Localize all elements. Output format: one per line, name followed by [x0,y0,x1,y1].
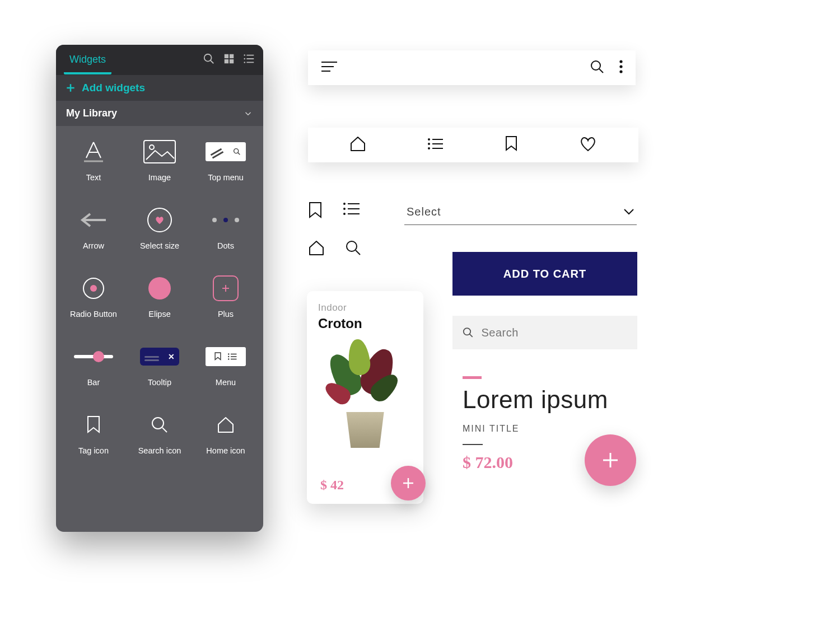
widget-plus[interactable]: Plus [193,273,259,338]
product-price: $ 42 [320,478,344,493]
widget-arrow[interactable]: Arrow [60,204,127,269]
svg-point-16 [150,145,154,149]
product-card[interactable]: Indoor Croton $ 42 [307,291,423,504]
widget-label: Text [86,173,101,182]
hamburger-icon[interactable] [320,60,338,76]
svg-line-29 [162,428,167,432]
svg-rect-2 [225,54,228,58]
select-label: Select [407,205,441,218]
plus-icon [601,451,620,470]
page-title: Lorem ipsum [463,386,608,414]
search-input[interactable] [482,326,628,339]
product-add-button[interactable] [391,466,426,500]
heart-circle-icon [139,204,180,236]
chevron-down-icon [623,208,634,216]
widget-tag-icon[interactable]: Tag icon [60,409,127,474]
widget-elipse[interactable]: Elipse [127,273,193,338]
svg-point-50 [347,241,357,251]
bookmark-icon[interactable] [505,135,518,155]
widget-label: Select size [140,241,179,250]
svg-point-28 [152,418,164,429]
svg-point-44 [343,203,346,205]
widget-dots[interactable]: Dots [193,204,259,269]
svg-line-53 [469,334,472,337]
accent-bar [463,376,482,379]
menu-icon [206,341,246,372]
ellipse-icon [139,273,180,304]
widget-label: Top menu [208,173,244,182]
widget-radio-button[interactable]: Radio Button [60,273,127,338]
svg-line-18 [237,152,240,155]
fab-add-button[interactable] [585,434,636,486]
bookmark-icon [73,409,114,441]
widget-label: Bar [87,378,100,387]
search-icon[interactable] [345,240,362,259]
widget-label: Search icon [138,446,181,455]
library-grid: Text Image Top menu [56,126,263,484]
widget-label: Image [148,173,171,182]
widget-bar[interactable]: Bar [60,341,127,406]
product-image [320,341,410,448]
widget-image[interactable]: Image [127,136,193,201]
tab-widgets[interactable]: Widgets [64,46,111,74]
divider [463,444,483,445]
plus-icon [65,82,76,93]
slider-icon [73,341,114,372]
svg-point-10 [244,58,245,60]
svg-point-26 [228,358,229,359]
radio-icon [73,273,114,304]
widget-label: Home icon [206,446,245,455]
svg-point-24 [228,356,229,357]
list-icon[interactable] [427,137,444,153]
widget-label: Radio Button [70,310,117,319]
search-box[interactable] [452,316,637,349]
widget-select-size[interactable]: Select size [127,204,193,269]
search-icon[interactable] [590,59,604,76]
svg-point-46 [343,208,346,210]
widget-label: Tag icon [78,446,109,455]
add-to-cart-button[interactable]: ADD TO CART [452,252,637,296]
bookmark-icon[interactable] [308,202,323,222]
more-vertical-icon[interactable] [619,59,623,76]
widget-top-menu[interactable]: Top menu [193,136,259,201]
svg-point-48 [343,213,346,215]
svg-point-42 [428,147,430,149]
grid-view-icon[interactable] [223,53,235,67]
chevron-down-icon [243,109,253,119]
list-view-icon[interactable] [243,53,255,67]
cart-button-label: ADD TO CART [503,268,586,280]
text-icon [73,136,114,167]
svg-line-34 [599,69,603,73]
home-icon[interactable] [349,135,366,155]
widget-menu[interactable]: Menu [193,341,259,406]
widget-label: Menu [216,378,236,387]
svg-point-11 [244,62,245,63]
widget-text[interactable]: Text [60,136,127,201]
home-icon [206,409,246,441]
svg-point-52 [464,328,470,335]
select-dropdown[interactable]: Select [404,203,637,225]
arrow-left-icon [73,204,114,236]
svg-rect-15 [144,141,175,163]
dots-icon [206,204,246,236]
home-icon[interactable] [308,240,325,259]
widget-home-icon[interactable]: Home icon [193,409,259,474]
svg-point-0 [204,54,212,62]
svg-line-51 [356,250,360,255]
add-widgets-button[interactable]: Add widgets [56,75,263,101]
widget-tooltip[interactable]: ✕ Tooltip [127,341,193,406]
svg-line-1 [211,60,214,64]
list-icon[interactable] [343,202,361,222]
plus-box-icon [206,273,246,304]
section-my-library[interactable]: My Library [56,101,263,126]
widget-search-icon[interactable]: Search icon [127,409,193,474]
widgets-panel: Widgets Add widgets My Library [56,45,263,532]
app-top-bar [308,50,636,85]
heart-icon[interactable] [579,136,597,154]
widget-label: Elipse [148,310,171,319]
tooltip-icon: ✕ [139,341,180,372]
search-icon [463,326,474,339]
svg-rect-4 [225,59,228,63]
svg-point-22 [228,353,229,354]
search-icon[interactable] [203,53,215,67]
